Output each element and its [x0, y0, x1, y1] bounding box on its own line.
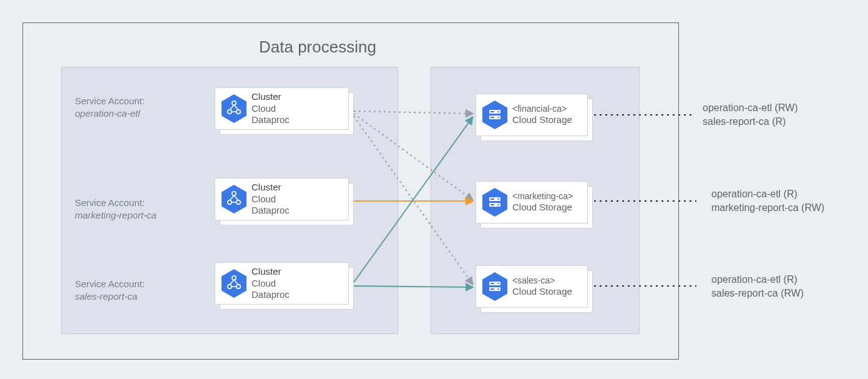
svg-marker-26 [482, 272, 507, 301]
svg-point-22 [497, 199, 499, 200]
svg-rect-18 [490, 117, 494, 118]
svg-point-15 [497, 111, 499, 113]
service-account-b: Service Account: marketing-report-ca [75, 197, 157, 222]
cluster-card-a: Cluster Cloud Dataproc [215, 87, 349, 130]
cluster-card-c: Cluster Cloud Dataproc [215, 262, 349, 305]
svg-rect-32 [490, 288, 494, 290]
service-account-c: Service Account: sales-report-ca [75, 278, 145, 303]
storage-card-b: <marketing-ca> Cloud Storage [475, 181, 588, 224]
storage-card-a: <financial-ca> Cloud Storage [475, 94, 588, 136]
svg-rect-31 [490, 283, 494, 284]
cloud-storage-icon [482, 188, 507, 217]
cloud-storage-icon [482, 101, 507, 129]
svg-point-30 [497, 288, 499, 290]
dataproc-icon [222, 185, 246, 214]
svg-marker-0 [222, 94, 246, 123]
svg-marker-8 [222, 269, 246, 298]
svg-rect-24 [490, 199, 494, 200]
dataproc-icon [222, 94, 246, 123]
svg-marker-19 [482, 188, 507, 217]
storage-card-c: <sales-ca> Cloud Storage [475, 265, 588, 308]
svg-point-16 [497, 117, 499, 119]
svg-rect-25 [490, 204, 494, 205]
svg-marker-4 [222, 185, 246, 214]
svg-point-29 [497, 283, 499, 285]
permissions-a: operation-ca-etl (RW) sales-report-ca (R… [703, 101, 798, 129]
svg-point-23 [497, 204, 499, 206]
cloud-storage-icon [482, 272, 507, 301]
dataproc-icon [222, 269, 246, 298]
permissions-c: operation-ca-etl (R) sales-report-ca (RW… [711, 273, 804, 301]
permissions-b: operation-ca-etl (R) marketing-report-ca… [711, 187, 824, 215]
svg-rect-17 [490, 111, 494, 112]
svg-marker-12 [482, 101, 507, 129]
service-account-a: Service Account: operation-ca-etl [75, 95, 145, 121]
cluster-card-b: Cluster Cloud Dataproc [215, 178, 349, 220]
diagram-title: Data processing [259, 37, 376, 57]
